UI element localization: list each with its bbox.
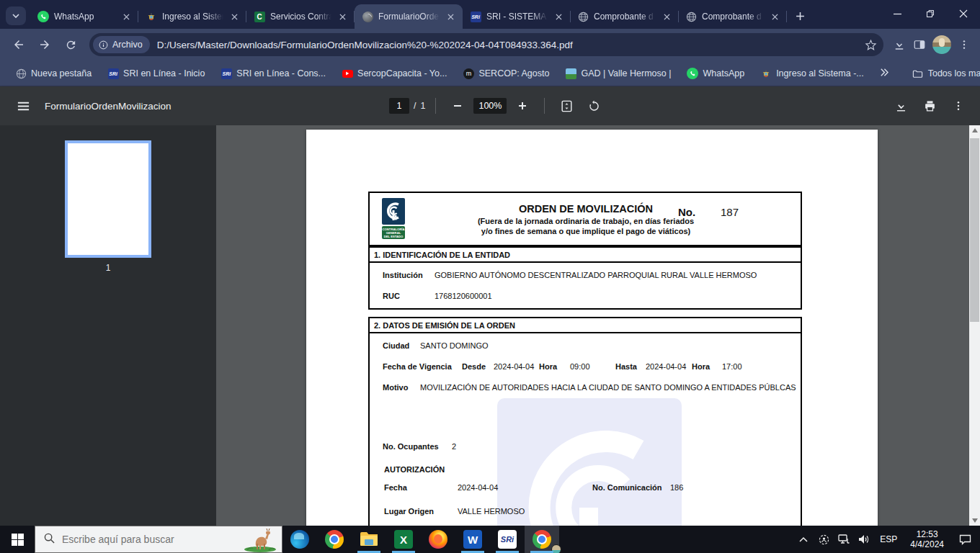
tab-close-button[interactable]	[769, 11, 781, 23]
new-tab-button[interactable]	[790, 6, 810, 26]
taskbar-file-explorer[interactable]	[352, 526, 386, 553]
profile-avatar[interactable]	[932, 35, 951, 54]
rotate-button[interactable]	[582, 94, 605, 117]
reload-button[interactable]	[59, 33, 82, 56]
minimize-button[interactable]	[881, 0, 914, 27]
taskbar-firefox[interactable]	[421, 526, 455, 553]
taskbar-search-input[interactable]	[62, 534, 220, 545]
globe-icon	[686, 12, 697, 22]
address-bar[interactable]: Archivo D:/Users/Master/Downloads/Formul…	[89, 33, 883, 56]
bookmark-sri-inicio[interactable]: SRi SRI en Línea - Inicio	[99, 64, 213, 83]
tab-sri-sistema[interactable]: SRi SRI - SISTEMA D	[463, 4, 571, 29]
browser-menu-button[interactable]	[954, 35, 974, 55]
side-panel-button[interactable]	[909, 35, 930, 55]
tray-expand-chevron[interactable]	[795, 536, 812, 542]
forward-button[interactable]	[33, 33, 56, 56]
form-header-box: CONTRALORÍA GENERAL DEL ESTADO ORDEN DE …	[368, 192, 802, 246]
bookmark-sercopcapacita[interactable]: SercopCapacita - Yo...	[334, 64, 455, 83]
scroll-down-arrow[interactable]	[969, 516, 980, 526]
url-text[interactable]: D:/Users/Master/Downloads/FormularioOrde…	[150, 40, 860, 50]
tab-close-button[interactable]	[228, 11, 241, 23]
desde-value: 2024-04-04	[494, 362, 534, 371]
tab-title: SRI - SISTEMA D	[486, 12, 548, 22]
taskbar-excel[interactable]: X	[386, 526, 421, 553]
tab-comprobante-2[interactable]: Comprobante d	[679, 4, 787, 29]
sri-app-icon: SRi	[498, 530, 517, 549]
bookmark-label: Nueva pestaña	[31, 68, 92, 78]
bookmark-sri-consultas[interactable]: SRi SRI en Línea - Cons...	[213, 64, 334, 83]
tab-title: Comprobante d	[702, 12, 764, 22]
bookmark-label: SercopCapacita - Yo...	[357, 68, 447, 78]
language-indicator[interactable]: ESP	[876, 534, 901, 544]
bookmark-label: WhatsApp	[703, 68, 744, 78]
print-button[interactable]	[918, 94, 941, 117]
tab-close-button[interactable]	[445, 11, 457, 23]
tab-whatsapp[interactable]: WhatsApp	[30, 4, 138, 29]
downloads-button[interactable]	[889, 35, 909, 55]
tab-close-button[interactable]	[661, 11, 673, 23]
tab-comprobante-1[interactable]: Comprobante d	[571, 4, 679, 29]
hora2-label: Hora	[692, 362, 710, 371]
search-highlight-deer-image[interactable]	[240, 527, 280, 552]
thumbnail-page-number: 1	[65, 263, 151, 273]
all-bookmarks-button[interactable]: Todos los marcadores	[904, 64, 980, 83]
scroll-up-arrow[interactable]	[969, 125, 980, 135]
tab-servicios-contraloria[interactable]: C Servicios Contra	[246, 4, 355, 29]
tab-ingreso-sistema[interactable]: Ingreso al Sistem	[138, 4, 246, 29]
order-no-label: No.	[678, 206, 695, 218]
taskbar-search[interactable]	[35, 526, 282, 553]
download-pdf-button[interactable]	[889, 94, 912, 117]
tray-people-icon[interactable]	[815, 534, 832, 545]
close-window-button[interactable]	[947, 0, 980, 27]
thumbnail-panel: 1	[0, 125, 216, 526]
window-controls	[881, 0, 980, 29]
restore-button[interactable]	[914, 0, 947, 27]
taskbar-edge[interactable]	[282, 526, 317, 553]
hora2-value: 17:00	[722, 362, 742, 371]
tab-close-button[interactable]	[337, 11, 349, 23]
network-icon[interactable]	[835, 534, 852, 544]
bookmark-sercop-agosto[interactable]: m SERCOP: Agosto	[455, 64, 557, 83]
taskbar-sri-app[interactable]: SRi	[490, 526, 525, 553]
tab-title: Servicios Contra	[270, 12, 331, 22]
taskbar-app-icons: X W SRi	[282, 526, 559, 553]
taskbar-chrome[interactable]	[317, 526, 352, 553]
bookmarks-overflow-button[interactable]	[872, 67, 896, 80]
tab-close-button[interactable]	[120, 11, 133, 23]
action-center-button[interactable]	[953, 534, 977, 545]
back-button[interactable]	[7, 33, 30, 56]
whatsapp-icon	[37, 11, 49, 22]
zoom-in-button[interactable]	[511, 94, 534, 117]
taskbar-chrome-active[interactable]	[525, 526, 559, 553]
desde-label: Desde	[462, 362, 486, 371]
zoom-level[interactable]: 100%	[473, 98, 507, 114]
tab-search-button[interactable]	[6, 6, 26, 25]
taskbar-clock[interactable]: 12:53 4/4/2024	[904, 529, 950, 549]
tab-close-button[interactable]	[553, 11, 565, 23]
bookmark-whatsapp[interactable]: WhatsApp	[679, 64, 752, 83]
scrollbar-thumb[interactable]	[970, 138, 979, 322]
pdf-menu-button[interactable]	[9, 91, 37, 120]
bookmark-nueva-pestana[interactable]: Nueva pestaña	[7, 64, 99, 83]
zoom-out-button[interactable]	[446, 94, 469, 117]
volume-icon[interactable]	[855, 534, 873, 544]
pdf-viewer-content: 1	[0, 125, 980, 526]
pdf-document-icon	[362, 11, 373, 22]
windows-taskbar: X W SRi ESP 12:53 4/4/2024	[0, 526, 980, 553]
page-number-input[interactable]	[389, 98, 409, 114]
page-thumbnail[interactable]	[65, 140, 151, 258]
pdf-page-viewport[interactable]: CONTRALORÍA GENERAL DEL ESTADO ORDEN DE …	[216, 125, 969, 526]
youtube-icon	[342, 68, 353, 79]
start-button[interactable]	[0, 526, 35, 553]
fit-page-button[interactable]	[555, 94, 578, 117]
bookmark-gad-valle-hermoso[interactable]: GAD | Valle Hermoso |	[557, 64, 679, 83]
profile-badge	[551, 544, 561, 553]
bookmark-star-icon[interactable]	[860, 35, 881, 55]
ciudad-value: SANTO DOMINGO	[420, 341, 489, 350]
vertical-scrollbar[interactable]	[969, 125, 980, 526]
file-scheme-chip[interactable]: Archivo	[93, 36, 150, 53]
taskbar-word[interactable]: W	[455, 526, 490, 553]
tab-formulario-pdf-active[interactable]: FormularioOrde	[355, 4, 463, 29]
pdf-more-options-button[interactable]	[947, 94, 970, 117]
bookmark-ingreso-sistema[interactable]: Ingreso al Sistema -...	[752, 64, 872, 83]
